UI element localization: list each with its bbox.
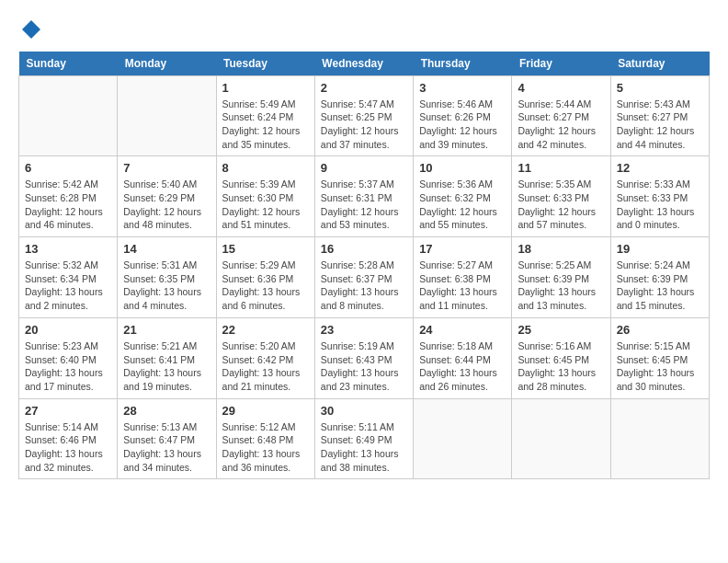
day-number: 1 [222, 81, 309, 95]
calendar-cell: 6Sunrise: 5:42 AM Sunset: 6:28 PM Daylig… [19, 156, 118, 237]
day-info: Sunrise: 5:28 AM Sunset: 6:37 PM Dayligh… [321, 259, 407, 313]
week-row-2: 6Sunrise: 5:42 AM Sunset: 6:28 PM Daylig… [19, 156, 710, 237]
day-info: Sunrise: 5:47 AM Sunset: 6:25 PM Dayligh… [321, 98, 407, 152]
calendar-cell [19, 75, 118, 156]
weekday-header-row: SundayMondayTuesdayWednesdayThursdayFrid… [19, 52, 710, 76]
day-number: 26 [617, 323, 703, 337]
day-info: Sunrise: 5:29 AM Sunset: 6:36 PM Dayligh… [222, 259, 309, 313]
calendar-cell: 29Sunrise: 5:12 AM Sunset: 6:48 PM Dayli… [216, 398, 314, 479]
calendar-cell: 1Sunrise: 5:49 AM Sunset: 6:24 PM Daylig… [216, 75, 314, 156]
calendar-cell: 15Sunrise: 5:29 AM Sunset: 6:36 PM Dayli… [216, 237, 314, 318]
day-number: 3 [419, 81, 506, 95]
calendar-cell: 3Sunrise: 5:46 AM Sunset: 6:26 PM Daylig… [414, 75, 512, 156]
day-info: Sunrise: 5:32 AM Sunset: 6:34 PM Dayligh… [25, 259, 111, 313]
day-info: Sunrise: 5:16 AM Sunset: 6:45 PM Dayligh… [518, 339, 604, 394]
day-number: 9 [321, 161, 407, 175]
day-number: 24 [419, 323, 506, 337]
day-number: 30 [321, 404, 407, 418]
day-number: 5 [617, 81, 703, 95]
day-info: Sunrise: 5:40 AM Sunset: 6:29 PM Dayligh… [123, 178, 210, 232]
day-number: 13 [25, 242, 111, 256]
weekday-header-wednesday: Wednesday [314, 52, 413, 76]
day-info: Sunrise: 5:11 AM Sunset: 6:49 PM Dayligh… [321, 420, 407, 475]
day-number: 10 [419, 161, 506, 175]
day-number: 18 [518, 242, 604, 256]
calendar-cell: 4Sunrise: 5:44 AM Sunset: 6:27 PM Daylig… [512, 75, 610, 156]
calendar-cell: 18Sunrise: 5:25 AM Sunset: 6:39 PM Dayli… [512, 237, 610, 318]
day-number: 15 [222, 242, 309, 256]
calendar-cell: 27Sunrise: 5:14 AM Sunset: 6:46 PM Dayli… [19, 398, 118, 479]
day-info: Sunrise: 5:37 AM Sunset: 6:31 PM Dayligh… [321, 178, 407, 232]
calendar-table: SundayMondayTuesdayWednesdayThursdayFrid… [18, 52, 710, 480]
page-header [18, 18, 710, 42]
week-row-5: 27Sunrise: 5:14 AM Sunset: 6:46 PM Dayli… [19, 398, 710, 479]
day-info: Sunrise: 5:24 AM Sunset: 6:39 PM Dayligh… [617, 259, 703, 313]
day-info: Sunrise: 5:44 AM Sunset: 6:27 PM Dayligh… [518, 98, 604, 152]
day-number: 16 [321, 242, 407, 256]
day-number: 29 [222, 404, 309, 418]
day-info: Sunrise: 5:19 AM Sunset: 6:43 PM Dayligh… [321, 339, 407, 394]
day-number: 11 [518, 161, 604, 175]
calendar-cell: 17Sunrise: 5:27 AM Sunset: 6:38 PM Dayli… [414, 237, 512, 318]
calendar-cell: 9Sunrise: 5:37 AM Sunset: 6:31 PM Daylig… [314, 156, 413, 237]
calendar-cell: 22Sunrise: 5:20 AM Sunset: 6:42 PM Dayli… [216, 317, 314, 398]
day-info: Sunrise: 5:33 AM Sunset: 6:33 PM Dayligh… [617, 178, 703, 232]
day-info: Sunrise: 5:35 AM Sunset: 6:33 PM Dayligh… [518, 178, 604, 232]
calendar-cell: 19Sunrise: 5:24 AM Sunset: 6:39 PM Dayli… [610, 237, 709, 318]
weekday-header-saturday: Saturday [610, 52, 709, 76]
week-row-1: 1Sunrise: 5:49 AM Sunset: 6:24 PM Daylig… [19, 75, 710, 156]
calendar-cell [512, 398, 610, 479]
calendar-cell: 10Sunrise: 5:36 AM Sunset: 6:32 PM Dayli… [414, 156, 512, 237]
day-info: Sunrise: 5:21 AM Sunset: 6:41 PM Dayligh… [123, 339, 210, 394]
day-info: Sunrise: 5:20 AM Sunset: 6:42 PM Dayligh… [222, 339, 309, 394]
weekday-header-friday: Friday [512, 52, 610, 76]
calendar-cell: 14Sunrise: 5:31 AM Sunset: 6:35 PM Dayli… [118, 237, 216, 318]
day-number: 27 [25, 404, 111, 418]
calendar-cell: 26Sunrise: 5:15 AM Sunset: 6:45 PM Dayli… [610, 317, 709, 398]
day-info: Sunrise: 5:25 AM Sunset: 6:39 PM Dayligh… [518, 259, 604, 313]
logo-icon [20, 18, 42, 40]
calendar-cell [414, 398, 512, 479]
calendar-cell: 7Sunrise: 5:40 AM Sunset: 6:29 PM Daylig… [118, 156, 216, 237]
day-number: 14 [123, 242, 210, 256]
day-info: Sunrise: 5:43 AM Sunset: 6:27 PM Dayligh… [617, 98, 703, 152]
day-number: 2 [321, 81, 407, 95]
calendar-cell: 8Sunrise: 5:39 AM Sunset: 6:30 PM Daylig… [216, 156, 314, 237]
day-number: 12 [617, 161, 703, 175]
calendar-cell: 23Sunrise: 5:19 AM Sunset: 6:43 PM Dayli… [314, 317, 413, 398]
day-number: 23 [321, 323, 407, 337]
logo [18, 18, 42, 42]
day-number: 22 [222, 323, 309, 337]
svg-marker-0 [22, 20, 40, 39]
weekday-header-monday: Monday [118, 52, 216, 76]
calendar-cell: 25Sunrise: 5:16 AM Sunset: 6:45 PM Dayli… [512, 317, 610, 398]
day-info: Sunrise: 5:14 AM Sunset: 6:46 PM Dayligh… [25, 420, 111, 475]
calendar-cell: 30Sunrise: 5:11 AM Sunset: 6:49 PM Dayli… [314, 398, 413, 479]
day-info: Sunrise: 5:23 AM Sunset: 6:40 PM Dayligh… [25, 339, 111, 394]
day-info: Sunrise: 5:46 AM Sunset: 6:26 PM Dayligh… [419, 98, 506, 152]
calendar-cell: 20Sunrise: 5:23 AM Sunset: 6:40 PM Dayli… [19, 317, 118, 398]
day-info: Sunrise: 5:31 AM Sunset: 6:35 PM Dayligh… [123, 259, 210, 313]
day-info: Sunrise: 5:15 AM Sunset: 6:45 PM Dayligh… [617, 339, 703, 394]
calendar-cell: 28Sunrise: 5:13 AM Sunset: 6:47 PM Dayli… [118, 398, 216, 479]
calendar-cell: 11Sunrise: 5:35 AM Sunset: 6:33 PM Dayli… [512, 156, 610, 237]
day-info: Sunrise: 5:18 AM Sunset: 6:44 PM Dayligh… [419, 339, 506, 394]
calendar-cell: 2Sunrise: 5:47 AM Sunset: 6:25 PM Daylig… [314, 75, 413, 156]
calendar-cell: 24Sunrise: 5:18 AM Sunset: 6:44 PM Dayli… [414, 317, 512, 398]
calendar-cell: 16Sunrise: 5:28 AM Sunset: 6:37 PM Dayli… [314, 237, 413, 318]
day-number: 25 [518, 323, 604, 337]
calendar-cell: 12Sunrise: 5:33 AM Sunset: 6:33 PM Dayli… [610, 156, 709, 237]
day-number: 8 [222, 161, 309, 175]
weekday-header-tuesday: Tuesday [216, 52, 314, 76]
week-row-4: 20Sunrise: 5:23 AM Sunset: 6:40 PM Dayli… [19, 317, 710, 398]
day-info: Sunrise: 5:49 AM Sunset: 6:24 PM Dayligh… [222, 98, 309, 152]
day-number: 28 [123, 404, 210, 418]
calendar-cell: 21Sunrise: 5:21 AM Sunset: 6:41 PM Dayli… [118, 317, 216, 398]
day-number: 21 [123, 323, 210, 337]
calendar-cell [118, 75, 216, 156]
weekday-header-sunday: Sunday [19, 52, 118, 76]
day-number: 7 [123, 161, 210, 175]
day-info: Sunrise: 5:36 AM Sunset: 6:32 PM Dayligh… [419, 178, 506, 232]
day-info: Sunrise: 5:27 AM Sunset: 6:38 PM Dayligh… [419, 259, 506, 313]
day-info: Sunrise: 5:39 AM Sunset: 6:30 PM Dayligh… [222, 178, 309, 232]
